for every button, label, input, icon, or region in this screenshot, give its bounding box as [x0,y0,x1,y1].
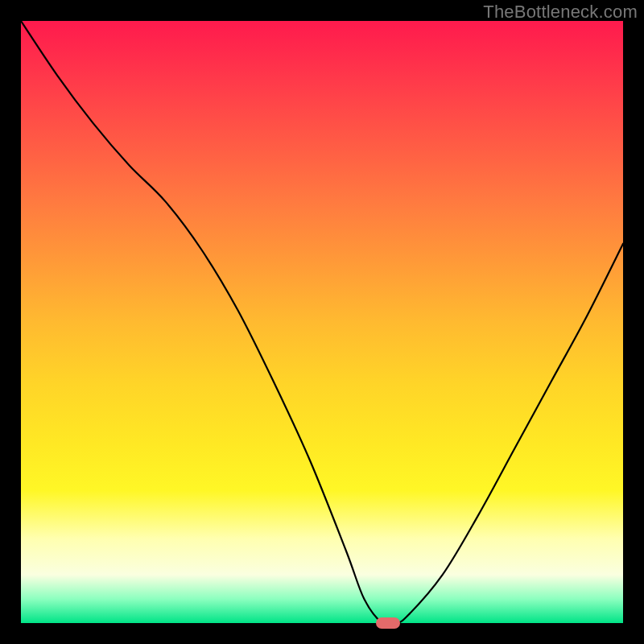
chart-frame: TheBottleneck.com [0,0,644,644]
plot-area [21,21,623,623]
curve-path [21,21,623,623]
bottleneck-curve [21,21,623,623]
optimal-marker [376,617,400,629]
watermark-text: TheBottleneck.com [483,2,638,23]
